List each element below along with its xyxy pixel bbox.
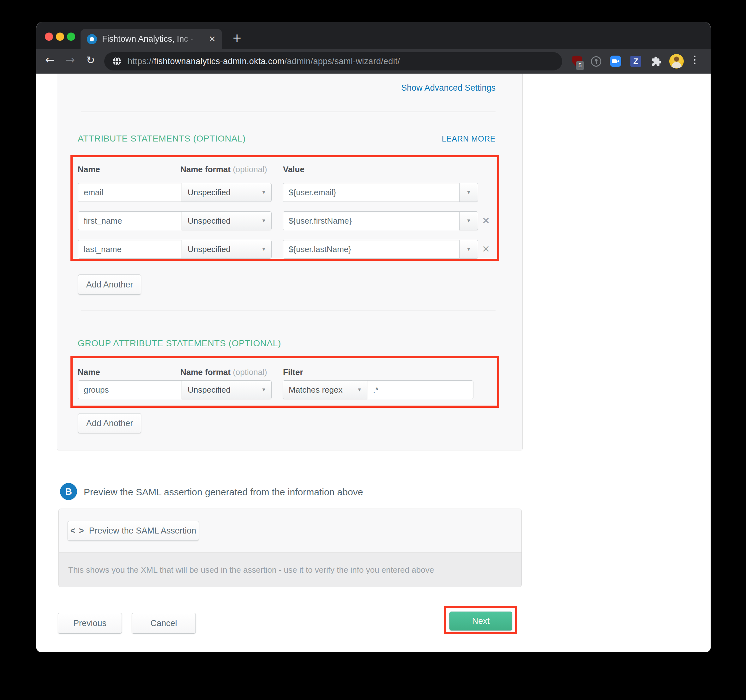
onepassword-extension-icon[interactable] xyxy=(591,56,602,67)
column-header-optional-note: (optional) xyxy=(233,367,267,377)
attribute-value-input[interactable] xyxy=(283,211,460,230)
group-attribute-row: Unspecified ▼ Matches regex ▼ xyxy=(78,380,474,399)
value-dropdown-button[interactable]: ▼ xyxy=(459,240,478,259)
zoom-extension-icon[interactable] xyxy=(610,56,621,67)
preview-panel: < > Preview the SAML Assertion This show… xyxy=(59,509,522,587)
filter-value-input[interactable] xyxy=(367,380,474,399)
settings-card: Show Advanced Settings ATTRIBUTE STATEME… xyxy=(57,74,523,450)
attribute-name-input[interactable] xyxy=(78,183,182,202)
url-scheme: https:// xyxy=(128,57,154,66)
column-header-optional-note: (optional) xyxy=(233,164,267,174)
learn-more-link[interactable]: LEARN MORE xyxy=(442,134,496,143)
menu-kebab-icon[interactable] xyxy=(694,56,696,66)
value-dropdown-button[interactable]: ▼ xyxy=(459,211,478,230)
name-format-select[interactable]: Unspecified ▼ xyxy=(182,380,272,399)
chevron-down-icon: ▼ xyxy=(261,246,266,252)
reload-icon[interactable]: ↻ xyxy=(86,54,95,66)
attribute-value-input[interactable] xyxy=(283,183,460,202)
url-host: fishtownanalytics-admin.okta.com xyxy=(154,57,284,66)
attribute-row: Unspecified ▼ ▼ xyxy=(78,211,478,230)
chevron-down-icon: ▼ xyxy=(466,246,471,252)
add-another-button[interactable]: Add Another xyxy=(78,274,141,295)
chevron-down-icon: ▼ xyxy=(466,190,471,195)
chevron-down-icon: ▼ xyxy=(357,387,362,393)
url-bar[interactable]: https://fishtownanalytics-admin.okta.com… xyxy=(104,52,562,71)
url-path: /admin/apps/saml-wizard/edit/ xyxy=(284,57,400,66)
profile-avatar[interactable] xyxy=(669,54,684,69)
value-dropdown-button[interactable]: ▼ xyxy=(459,183,478,202)
show-advanced-settings-link[interactable]: Show Advanced Settings xyxy=(401,83,496,93)
attribute-name-input[interactable] xyxy=(78,240,182,259)
okta-favicon-icon xyxy=(87,34,97,44)
browser-window: Fishtown Analytics, Inc - Applic ✕ + ← →… xyxy=(36,22,711,652)
column-header-name-format: Name format (optional) xyxy=(180,164,267,175)
remove-row-button[interactable]: ✕ xyxy=(482,244,490,254)
tab-title: Fishtown Analytics, Inc - Applic xyxy=(102,34,197,44)
attribute-value-input[interactable] xyxy=(283,240,460,259)
chevron-down-icon: ▼ xyxy=(261,387,266,393)
name-format-select[interactable]: Unspecified ▼ xyxy=(182,211,272,230)
new-tab-button[interactable]: + xyxy=(233,29,241,47)
next-button[interactable]: Next xyxy=(450,611,512,631)
tab-close-icon[interactable]: ✕ xyxy=(208,34,216,44)
preview-note: This shows you the XML that will be used… xyxy=(59,552,522,587)
cancel-button[interactable]: Cancel xyxy=(132,613,196,634)
column-header-name: Name xyxy=(78,367,100,377)
forward-icon[interactable]: → xyxy=(65,53,75,66)
column-header-value: Value xyxy=(283,164,304,175)
chevron-down-icon: ▼ xyxy=(261,218,266,224)
site-info-globe-icon[interactable] xyxy=(112,56,122,66)
remove-row-button[interactable]: ✕ xyxy=(482,215,490,226)
ublock-badge: 5 xyxy=(576,61,584,70)
extensions-puzzle-icon[interactable] xyxy=(651,56,662,67)
filter-type-select[interactable]: Matches regex ▼ xyxy=(283,380,367,399)
add-another-button[interactable]: Add Another xyxy=(78,413,141,434)
step-b-badge: B xyxy=(60,483,77,500)
step-b-heading: Preview the SAML assertion generated fro… xyxy=(84,487,363,498)
attribute-statements-title: ATTRIBUTE STATEMENTS (OPTIONAL) xyxy=(78,134,246,144)
group-name-input[interactable] xyxy=(78,380,182,399)
attribute-row: Unspecified ▼ ▼ xyxy=(78,183,478,202)
column-header-name: Name xyxy=(78,164,100,175)
code-brackets-icon: < > xyxy=(71,526,85,536)
group-attribute-statements-title: GROUP ATTRIBUTE STATEMENTS (OPTIONAL) xyxy=(78,338,281,348)
chevron-down-icon: ▼ xyxy=(261,190,266,195)
browser-tab[interactable]: Fishtown Analytics, Inc - Applic ✕ xyxy=(81,29,222,49)
name-format-select[interactable]: Unspecified ▼ xyxy=(182,240,272,259)
window-minimize-button[interactable] xyxy=(56,33,64,41)
attribute-row: Unspecified ▼ ▼ xyxy=(78,240,478,259)
attribute-name-input[interactable] xyxy=(78,211,182,230)
column-header-name-format: Name format (optional) xyxy=(180,367,267,377)
chevron-down-icon: ▼ xyxy=(466,218,471,224)
previous-button[interactable]: Previous xyxy=(58,613,122,634)
divider xyxy=(81,111,496,112)
z-extension-icon[interactable]: Z xyxy=(630,56,641,67)
divider xyxy=(81,310,496,310)
back-icon[interactable]: ← xyxy=(45,53,55,66)
tab-strip: Fishtown Analytics, Inc - Applic ✕ + xyxy=(36,22,711,49)
name-format-select[interactable]: Unspecified ▼ xyxy=(182,183,272,202)
browser-toolbar: ← → ↻ https://fishtownanalytics-admin.ok… xyxy=(36,49,711,74)
preview-saml-assertion-button[interactable]: < > Preview the SAML Assertion xyxy=(68,521,199,541)
url-text: https://fishtownanalytics-admin.okta.com… xyxy=(128,57,400,66)
window-zoom-button[interactable] xyxy=(67,33,75,41)
column-header-filter: Filter xyxy=(283,367,303,377)
okta-saml-wizard-page: Show Advanced Settings ATTRIBUTE STATEME… xyxy=(36,74,711,652)
window-close-button[interactable] xyxy=(45,33,53,41)
